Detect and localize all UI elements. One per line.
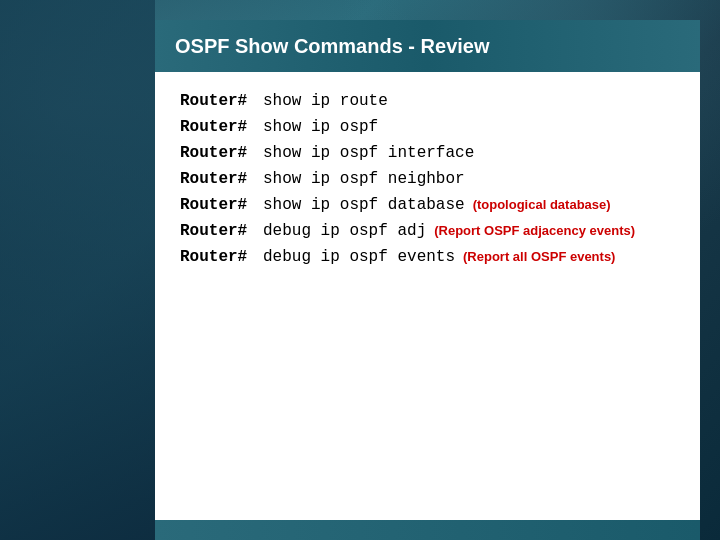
router-prompt: Router# [180, 196, 255, 214]
command-text: debug ip ospf events [263, 248, 455, 266]
command-row: Router#show ip ospf database(topological… [180, 196, 675, 214]
command-row: Router#show ip ospf interface [180, 144, 675, 162]
command-annotation: (Report OSPF adjacency events) [434, 223, 635, 238]
command-row: Router#show ip ospf neighbor [180, 170, 675, 188]
command-text: show ip route [263, 92, 388, 110]
command-row: Router#show ip ospf [180, 118, 675, 136]
left-sidebar [0, 0, 155, 540]
command-annotation: (Report all OSPF events) [463, 249, 615, 264]
command-annotation: (topological database) [473, 197, 611, 212]
bottom-bar [155, 520, 700, 540]
slide-content: Router#show ip routeRouter#show ip ospfR… [155, 72, 700, 520]
router-prompt: Router# [180, 118, 255, 136]
command-text: debug ip ospf adj [263, 222, 426, 240]
command-text: show ip ospf interface [263, 144, 474, 162]
slide-header: OSPF Show Commands - Review [155, 20, 700, 72]
command-row: Router#debug ip ospf adj(Report OSPF adj… [180, 222, 675, 240]
slide-container: OSPF Show Commands - Review Router#show … [155, 20, 700, 520]
command-text: show ip ospf neighbor [263, 170, 465, 188]
command-row: Router#show ip route [180, 92, 675, 110]
command-text: show ip ospf [263, 118, 378, 136]
router-prompt: Router# [180, 248, 255, 266]
slide-title: OSPF Show Commands - Review [175, 35, 490, 58]
router-prompt: Router# [180, 92, 255, 110]
command-text: show ip ospf database [263, 196, 465, 214]
router-prompt: Router# [180, 222, 255, 240]
router-prompt: Router# [180, 170, 255, 188]
router-prompt: Router# [180, 144, 255, 162]
command-row: Router#debug ip ospf events(Report all O… [180, 248, 675, 266]
